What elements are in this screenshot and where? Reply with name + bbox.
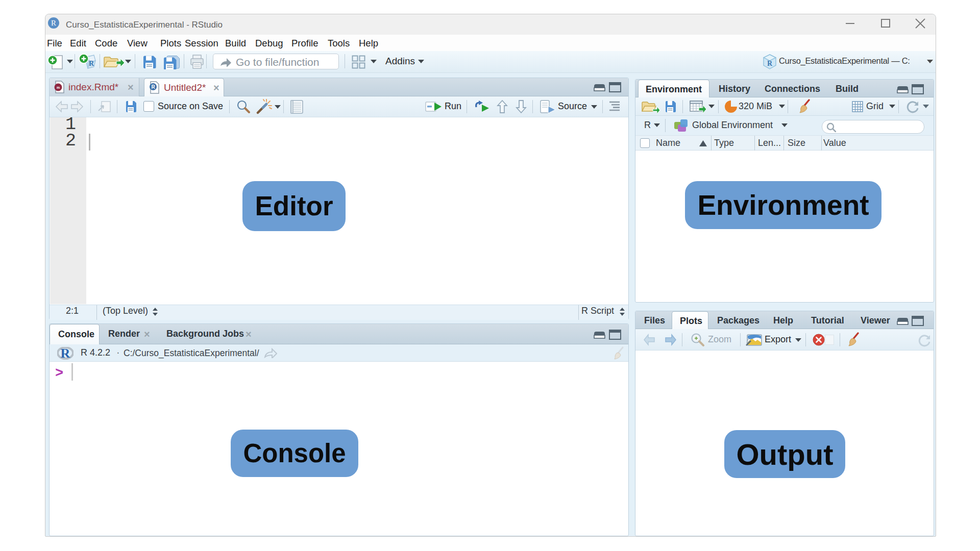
svg-text:R: R [89, 60, 94, 67]
svg-text:m: m [57, 86, 60, 89]
svg-text:R: R [151, 84, 155, 90]
svg-text:R: R [767, 60, 773, 67]
svg-text:R: R [61, 347, 70, 360]
